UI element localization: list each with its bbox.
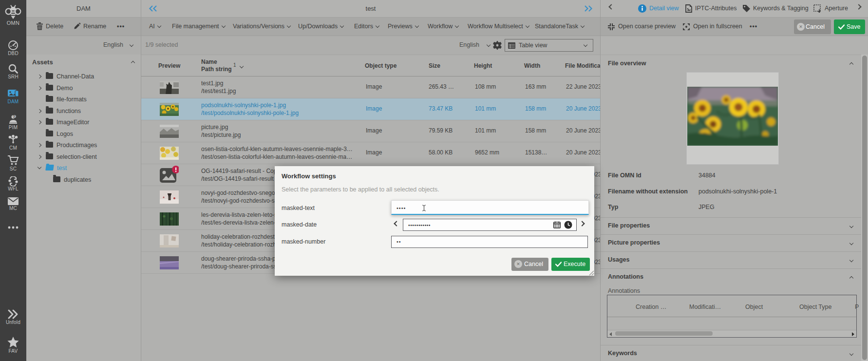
- svg-text:P: P: [14, 115, 15, 118]
